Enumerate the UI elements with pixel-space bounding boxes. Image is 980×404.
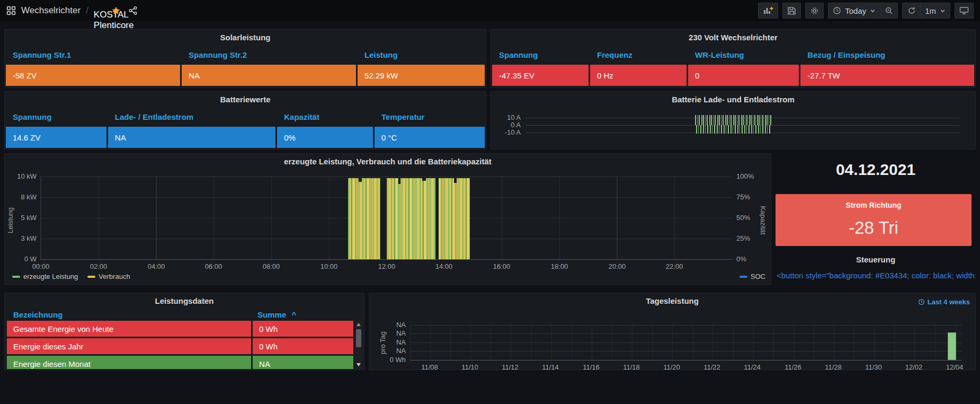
panel-tagesleistung: Tagesleistung Last 4 weeks pro Tag NA NA… <box>369 293 976 370</box>
steuerung-html-text[interactable]: <button style="background: #E03434; colo… <box>777 271 976 280</box>
clock-icon <box>918 298 925 305</box>
solar-value-row: -58 ZV NA 52.29 kW <box>6 65 485 86</box>
strom-richtung-label: Strom Richtung <box>776 201 972 209</box>
strom-richtung-value: -28 Tri <box>776 218 972 238</box>
column-header[interactable]: Kapazität <box>277 109 373 125</box>
refresh-interval-picker[interactable]: 1m <box>920 3 950 19</box>
value-cell: -27.7 TW <box>800 65 974 86</box>
legend-item[interactable]: erzeugte Leistung <box>12 273 78 280</box>
leistungsdaten-header: Bezeichnung Summe ^ <box>7 310 353 319</box>
column-header[interactable]: Bezug / Einspeisung <box>800 47 974 63</box>
x-tick: 11/08 <box>416 363 443 371</box>
panel-title[interactable]: Solarleistung <box>5 33 486 42</box>
column-header[interactable]: Spannung Str.1 <box>6 47 180 63</box>
inverter-table-header: Spannung Frequenz WR-Leistung Bezug / Ei… <box>492 47 974 63</box>
row-value: 0 Wh <box>253 338 353 354</box>
panel-batterie-strom-chart: Batterie Lade- und Entladestrom 10 A 0 A… <box>491 91 976 150</box>
column-header[interactable]: Spannung <box>492 47 589 63</box>
breadcrumb-separator: / <box>86 5 88 16</box>
row-label: Gesamte Energie von Heute <box>7 321 251 337</box>
scrollbar[interactable] <box>355 321 362 368</box>
daily-energy-bar <box>948 332 956 360</box>
breadcrumb-folder[interactable]: Wechselrichter <box>21 5 81 16</box>
panel-title[interactable]: Leistungsdaten <box>5 296 364 305</box>
main-chart-plot[interactable]: 10 kW 8 kW 5 kW 3 kW 0 W 100% 75% 50% 25… <box>40 177 732 260</box>
value-cell: 52.29 kW <box>358 65 485 86</box>
refresh-icon <box>907 6 916 15</box>
dashboard-settings-button[interactable] <box>805 3 824 19</box>
panel-solarleistung: Solarleistung Spannung Str.1 Spannung St… <box>4 29 486 87</box>
tv-mode-button[interactable] <box>955 3 974 19</box>
column-header[interactable]: Temperatur <box>375 109 485 125</box>
x-tick: 12/02 <box>901 363 927 371</box>
y-tick-right: 75% <box>736 193 762 201</box>
zoom-out-button[interactable] <box>880 3 898 19</box>
panel-title[interactable]: erzeugte Leistung, Verbrauch und die Bat… <box>5 157 771 166</box>
x-tick: 11/26 <box>780 363 806 371</box>
scroll-up-icon[interactable] <box>357 323 361 326</box>
value-cell: 14.6 ZV <box>6 127 106 148</box>
x-tick: 18:00 <box>548 262 571 270</box>
save-dashboard-button[interactable] <box>782 3 801 19</box>
panel-title[interactable]: Batterie Lade- und Entladestrom <box>491 95 975 104</box>
add-panel-button[interactable] <box>758 3 778 19</box>
panel-title[interactable]: Tagesleistung <box>369 296 975 305</box>
inverter-value-row: -47.35 EV 0 Hz 0 -27.7 TW <box>492 65 974 86</box>
x-tick: 02:00 <box>87 262 110 270</box>
scroll-down-icon[interactable] <box>357 363 361 366</box>
column-header-sorted[interactable]: Summe ^ <box>251 310 353 319</box>
value-cell: -47.35 EV <box>492 65 589 86</box>
top-navbar: Wechselrichter / KOSTAL Plenticore <box>0 0 980 21</box>
x-tick: 12:00 <box>375 262 398 270</box>
tagesleistung-plot[interactable]: NA NA NA NA 0 Wh 11/08 11/10 11/12 11/14… <box>410 325 962 361</box>
x-tick: 08:00 <box>260 262 283 270</box>
time-range-label: Today <box>845 6 866 15</box>
column-header[interactable]: WR-Leistung <box>688 47 799 63</box>
column-header[interactable]: Lade- / Entladestrom <box>108 109 275 125</box>
value-cell: 0 °C <box>375 127 485 148</box>
table-row: Energie dieses Jahr 0 Wh <box>7 338 353 354</box>
x-tick: 06:00 <box>202 262 225 270</box>
column-header[interactable]: Spannung <box>6 109 106 125</box>
time-range-picker[interactable]: Today <box>828 3 880 19</box>
y-tick-right: 100% <box>736 172 762 180</box>
scrollbar-thumb[interactable] <box>356 329 361 347</box>
charge-bars <box>695 115 772 125</box>
add-panel-icon <box>763 6 773 15</box>
share-icon[interactable] <box>128 6 138 15</box>
table-row: Gesamte Energie von Heute 0 Wh <box>7 321 353 337</box>
legend-item[interactable]: SOC <box>740 273 765 280</box>
zoom-out-icon <box>885 6 893 15</box>
value-cell: 0 <box>688 65 799 86</box>
row-label: Energie diesen Monat <box>7 356 251 369</box>
strom-richtung-panel: Strom Richtung -28 Tri <box>776 194 972 246</box>
legend-item[interactable]: Verbrauch <box>87 273 130 280</box>
panel-batteriewerte: Batteriewerte Spannung Lade- / Entladest… <box>4 91 486 150</box>
table-row: Energie diesen Monat NA <box>7 356 353 369</box>
y-tick: 0 A <box>494 121 521 129</box>
x-tick: 16:00 <box>490 262 513 270</box>
favorite-star-icon[interactable] <box>111 6 121 15</box>
legend-label: erzeugte Leistung <box>23 273 78 280</box>
power-bars <box>348 178 470 259</box>
panel-leistungsdaten: Leistungsdaten Bezeichnung Summe ^ Gesam… <box>4 293 364 370</box>
panel-title[interactable]: Batteriewerte <box>5 95 486 104</box>
column-header[interactable]: Bezeichnung <box>7 310 251 319</box>
column-header[interactable]: Frequenz <box>590 47 687 63</box>
x-tick: 11/22 <box>699 363 725 371</box>
panel-title[interactable]: 230 Volt Wechselrichter <box>491 33 975 42</box>
column-header[interactable]: Spannung Str.2 <box>182 47 356 63</box>
current-date: 04.12.2021 <box>776 161 976 179</box>
column-header[interactable]: Leistung <box>358 47 485 63</box>
y-tick-left: 8 kW <box>7 193 37 201</box>
value-cell: 0% <box>277 127 373 148</box>
y-tick: 10 A <box>494 113 521 121</box>
x-tick: 10:00 <box>317 262 341 270</box>
refresh-button[interactable] <box>902 3 920 19</box>
legend-swatch-green <box>12 276 20 278</box>
breadcrumb: Wechselrichter / KOSTAL Plenticore <box>6 5 138 16</box>
battery-chart-plot[interactable]: 10 A 0 A -10 A <box>525 114 959 136</box>
breadcrumb-dashboard[interactable]: KOSTAL Plenticore <box>94 10 102 12</box>
apps-grid-icon[interactable] <box>6 6 16 15</box>
x-tick: 11/10 <box>457 363 483 371</box>
